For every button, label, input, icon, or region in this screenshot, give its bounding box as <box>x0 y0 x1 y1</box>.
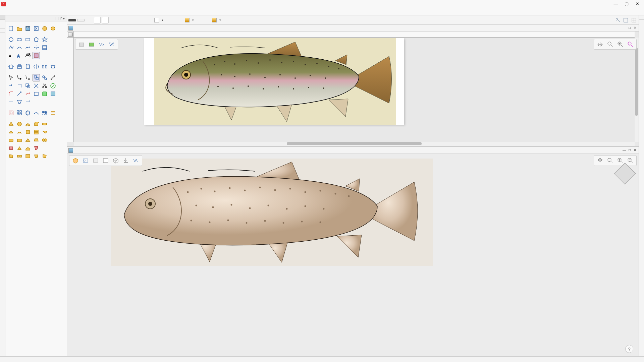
zoom-selection-button[interactable] <box>626 40 634 48</box>
tab-3d-view[interactable] <box>77 19 85 21</box>
ortho-toggle-button[interactable] <box>623 17 629 23</box>
copy-along-vector-tool[interactable] <box>33 109 40 117</box>
3d-blank-button[interactable] <box>102 157 110 165</box>
weld-tool[interactable] <box>24 82 32 89</box>
vector-boundary-tool[interactable] <box>33 90 40 98</box>
circular-copy-tool[interactable] <box>24 109 32 117</box>
open-file-button[interactable] <box>16 25 23 32</box>
set-size-tool[interactable] <box>16 63 23 70</box>
trace-bitmap-tool[interactable] <box>33 52 40 59</box>
select-tool[interactable] <box>7 74 15 81</box>
model-i-tool[interactable] <box>33 144 40 152</box>
color-shade-button[interactable] <box>88 40 96 48</box>
import-button[interactable] <box>33 25 40 32</box>
plate-layout-tool[interactable] <box>49 109 57 117</box>
close-vector-tool[interactable] <box>16 82 23 89</box>
view-cube[interactable] <box>614 163 636 184</box>
2d-scroll-horizontal[interactable] <box>74 142 635 146</box>
edit-tool-b[interactable] <box>16 98 23 106</box>
polygon-tool[interactable] <box>33 36 40 43</box>
weave-tool[interactable] <box>41 128 48 136</box>
pane-2d-maximize[interactable]: □ <box>627 26 632 30</box>
spiral-tool[interactable] <box>33 44 40 51</box>
rectangle-tool[interactable] <box>24 36 32 43</box>
measure-tool[interactable] <box>49 74 57 81</box>
model-c-tool[interactable] <box>24 136 32 144</box>
snap-toggle-button[interactable] <box>614 17 621 23</box>
sheet-dropdown[interactable]: ▾ <box>152 17 166 23</box>
menu-help[interactable] <box>49 11 56 12</box>
tab-2d-view[interactable] <box>68 19 76 21</box>
import-clipart-button[interactable] <box>41 25 48 32</box>
pane-2d-minimize[interactable]: — <box>622 26 627 30</box>
3d-render-button[interactable] <box>82 157 90 165</box>
tile-horizontal-button[interactable] <box>94 17 101 23</box>
pane-2d-close[interactable]: ✕ <box>633 26 637 30</box>
menu-view[interactable] <box>36 11 42 12</box>
menu-toolpaths[interactable] <box>29 11 36 12</box>
array-copy-tool[interactable] <box>16 109 23 117</box>
tile-vertical-button[interactable] <box>102 17 109 23</box>
distort-tool[interactable] <box>49 63 57 70</box>
shape-dropdown[interactable]: ▾ <box>182 17 197 23</box>
model-e-tool[interactable] <box>41 136 48 144</box>
node-edit-tool[interactable] <box>16 74 23 81</box>
model-k-tool[interactable] <box>16 153 23 160</box>
save-file-button[interactable] <box>24 25 32 32</box>
toolpath-preview-2d-all-button[interactable] <box>108 40 116 48</box>
import-3d-button[interactable] <box>49 25 57 32</box>
model-f-tool[interactable] <box>7 144 15 152</box>
menu-model[interactable] <box>15 11 22 12</box>
extrude-tool[interactable] <box>33 120 40 128</box>
model-l-tool[interactable] <box>24 153 32 160</box>
model-b-tool[interactable] <box>16 136 23 144</box>
scissors-tool[interactable] <box>41 82 48 89</box>
smart-tools-button[interactable] <box>41 90 48 98</box>
edit-tool-a[interactable] <box>7 98 15 106</box>
3d-zoom-in-button[interactable] <box>616 157 624 165</box>
text-outline-tool[interactable]: A <box>16 52 23 59</box>
toolpath-preview-2d-button[interactable] <box>98 40 106 48</box>
pan-button[interactable] <box>596 40 604 48</box>
transform-mode-tool[interactable] <box>24 74 32 81</box>
turn-tool[interactable] <box>41 120 48 128</box>
3d-wireframe-button[interactable] <box>112 157 120 165</box>
text-tool[interactable]: A <box>7 52 15 59</box>
edit-tool-c[interactable] <box>24 98 32 106</box>
model-a-tool[interactable] <box>7 136 15 144</box>
two-rail-sweep-tool[interactable] <box>24 120 32 128</box>
3d-toolpath-lines-button[interactable] <box>132 157 140 165</box>
grid-toggle-button[interactable] <box>631 17 637 23</box>
side-tab-clipart[interactable] <box>0 33 5 37</box>
create-shape-tool[interactable] <box>7 120 15 128</box>
text-on-curve-tool[interactable]: ABC <box>24 52 32 59</box>
side-tab-components[interactable] <box>0 28 5 33</box>
2d-viewport[interactable] <box>74 38 635 142</box>
star-tool[interactable] <box>41 36 48 43</box>
curve-tool[interactable] <box>24 44 32 51</box>
minimize-button[interactable]: — <box>610 0 621 8</box>
panel-collapse-icon[interactable]: ▸ <box>63 16 65 20</box>
help-button[interactable]: ? <box>625 345 633 353</box>
3d-zoom-out-button[interactable] <box>626 157 634 165</box>
menu-machine[interactable] <box>22 11 29 12</box>
move-tool[interactable] <box>7 63 15 70</box>
join-tool[interactable] <box>7 82 15 89</box>
3d-viewport[interactable]: ? <box>67 154 639 356</box>
pane-3d-maximize[interactable]: □ <box>627 148 632 153</box>
sculpt-tool[interactable] <box>7 128 15 136</box>
zoom-in-button[interactable] <box>616 40 624 48</box>
validate-tool[interactable] <box>49 82 57 89</box>
circle-tool[interactable] <box>7 36 15 43</box>
group-tool[interactable] <box>33 74 40 81</box>
trim-tool[interactable] <box>33 82 40 89</box>
model-j-tool[interactable] <box>7 153 15 160</box>
rotate-tool[interactable] <box>24 63 32 70</box>
pane-3d-minimize[interactable]: — <box>622 148 627 153</box>
ruler-origin[interactable] <box>67 32 74 38</box>
emboss-tool[interactable] <box>24 128 32 136</box>
maximize-button[interactable]: ▢ <box>621 0 632 8</box>
side-tab-toolpaths[interactable] <box>639 15 644 20</box>
new-file-button[interactable] <box>7 25 15 32</box>
menu-file[interactable] <box>2 11 9 12</box>
